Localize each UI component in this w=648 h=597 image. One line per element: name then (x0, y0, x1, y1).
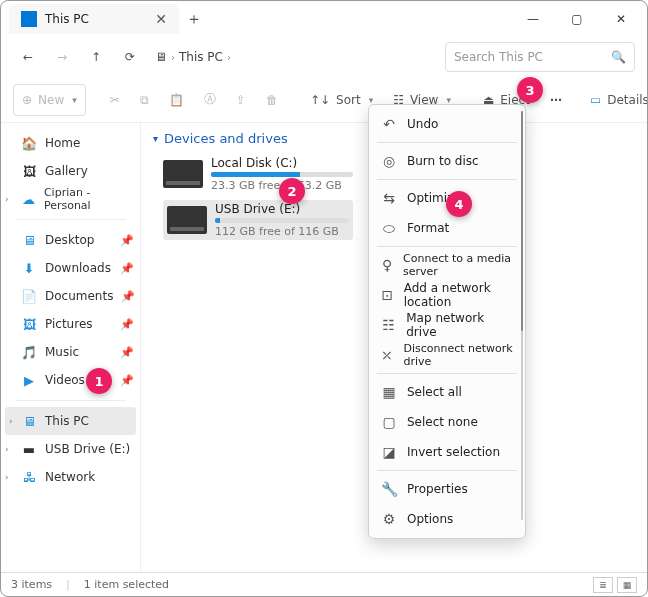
server-icon: ♀ (381, 257, 393, 273)
pin-icon: 📌 (120, 374, 134, 387)
annotation-4: 4 (446, 191, 472, 217)
trash-icon: 🗑 (266, 93, 278, 107)
drive-usb[interactable]: USB Drive (E:) 112 GB free of 116 GB (163, 200, 353, 240)
view-details-button[interactable]: ≣ (593, 577, 613, 593)
overflow-button[interactable]: ⋯ (542, 84, 570, 116)
breadcrumb[interactable]: 🖥 › This PC › (155, 50, 441, 64)
tab-close-icon[interactable]: ✕ (155, 11, 167, 27)
sidebar-item-downloads[interactable]: ⬇Downloads📌 (1, 254, 140, 282)
expand-icon[interactable]: › (5, 194, 9, 204)
chevron-right-icon: › (227, 52, 231, 63)
sidebar-item-label: Home (45, 136, 80, 150)
sidebar-item-label: Downloads (45, 261, 111, 275)
new-tab-button[interactable]: ＋ (179, 4, 209, 34)
menu-item-add-network[interactable]: ⊡Add a network location (369, 280, 525, 310)
cloud-icon: ☁ (21, 191, 36, 207)
refresh-button[interactable]: ⟳ (115, 42, 145, 72)
minimize-button[interactable]: — (511, 3, 555, 35)
annotation-3: 3 (517, 77, 543, 103)
annotation-2: 2 (279, 178, 305, 204)
optimize-icon: ⇆ (381, 190, 397, 206)
copy-button[interactable]: ⧉ (132, 84, 157, 116)
sidebar-item-videos[interactable]: ▶Videos📌 (1, 366, 140, 394)
breadcrumb-item[interactable]: This PC (179, 50, 223, 64)
pin-icon: 📌 (120, 346, 134, 359)
usb-icon: ▬ (21, 441, 37, 457)
sidebar-item-cloud[interactable]: ›☁Ciprian - Personal (1, 185, 140, 213)
sidebar-item-desktop[interactable]: 🖥Desktop📌 (1, 226, 140, 254)
documents-icon: 📄 (21, 288, 37, 304)
menu-item-properties[interactable]: 🔧Properties (369, 474, 525, 504)
scrollbar-thumb[interactable] (521, 111, 523, 331)
search-input[interactable]: Search This PC 🔍 (445, 42, 635, 72)
menu-label: Invert selection (407, 445, 500, 459)
up-button[interactable]: ↑ (81, 42, 111, 72)
separator (377, 246, 517, 247)
view-icons-button[interactable]: ▦ (617, 577, 637, 593)
sidebar-item-this-pc[interactable]: ›🖥This PC (5, 407, 136, 435)
menu-label: Undo (407, 117, 438, 131)
drive-name: Local Disk (C:) (211, 156, 353, 170)
menu-item-burn[interactable]: ◎Burn to disc (369, 146, 525, 176)
paste-button[interactable]: 📋 (161, 84, 192, 116)
pin-icon: 📌 (120, 318, 134, 331)
network-icon: 🖧 (21, 469, 37, 485)
sidebar-item-music[interactable]: 🎵Music📌 (1, 338, 140, 366)
paste-icon: 📋 (169, 93, 184, 107)
disk-icon (163, 160, 203, 188)
close-button[interactable]: ✕ (599, 3, 643, 35)
status-selected: 1 item selected (84, 578, 169, 591)
forward-button[interactable]: → (47, 42, 77, 72)
menu-label: Select all (407, 385, 462, 399)
select-all-icon: ▦ (381, 384, 397, 400)
expand-icon[interactable]: › (9, 416, 13, 426)
delete-button[interactable]: 🗑 (258, 84, 286, 116)
overflow-menu: ↶Undo ◎Burn to disc ⇆Optimize ⬭Format ♀C… (368, 104, 526, 539)
sidebar-item-label: Music (45, 345, 79, 359)
sidebar-item-gallery[interactable]: 🖼Gallery (1, 157, 140, 185)
back-button[interactable]: ← (13, 42, 43, 72)
separator (15, 219, 126, 220)
share-button[interactable]: ⇪ (228, 84, 254, 116)
rename-button[interactable]: Ⓐ (196, 84, 224, 116)
menu-item-format[interactable]: ⬭Format (369, 213, 525, 243)
sidebar-item-label: Videos (45, 373, 85, 387)
separator (377, 373, 517, 374)
menu-item-disconnect-drive[interactable]: ⤫Disconnect network drive (369, 340, 525, 370)
menu-item-invert[interactable]: ◪Invert selection (369, 437, 525, 467)
expand-icon[interactable]: › (5, 472, 9, 482)
menu-label: Add a network location (404, 281, 513, 309)
menu-label: Connect to a media server (403, 252, 513, 278)
sidebar-item-label: This PC (45, 414, 89, 428)
sidebar-item-label: USB Drive (E:) (45, 442, 130, 456)
sidebar-item-label: Desktop (45, 233, 95, 247)
new-button[interactable]: ⊕ New ▾ (13, 84, 86, 116)
expand-icon[interactable]: › (5, 444, 9, 454)
sidebar-item-network[interactable]: ›🖧Network (1, 463, 140, 491)
maximize-button[interactable]: ▢ (555, 3, 599, 35)
sidebar-item-label: Documents (45, 289, 113, 303)
chevron-down-icon[interactable]: ▾ (153, 133, 158, 144)
tab-this-pc[interactable]: This PC ✕ (9, 4, 179, 34)
section-title: Devices and drives (164, 131, 288, 146)
add-network-icon: ⊡ (381, 287, 394, 303)
cut-button[interactable]: ✂ (102, 84, 128, 116)
format-icon: ⬭ (381, 220, 397, 237)
details-button[interactable]: ▭ Details (582, 84, 648, 116)
share-icon: ⇪ (236, 93, 246, 107)
body: 🏠Home 🖼Gallery ›☁Ciprian - Personal 🖥Des… (1, 123, 647, 572)
menu-item-select-all[interactable]: ▦Select all (369, 377, 525, 407)
menu-item-map-drive[interactable]: ☷Map network drive (369, 310, 525, 340)
menu-item-undo[interactable]: ↶Undo (369, 109, 525, 139)
pictures-icon: 🖼 (21, 316, 37, 332)
sidebar-item-usb[interactable]: ›▬USB Drive (E:) (1, 435, 140, 463)
menu-item-select-none[interactable]: ▢Select none (369, 407, 525, 437)
search-icon: 🔍 (611, 50, 626, 64)
sidebar-item-home[interactable]: 🏠Home (1, 129, 140, 157)
menu-item-options[interactable]: ⚙Options (369, 504, 525, 534)
disconnect-icon: ⤫ (381, 347, 393, 363)
sidebar-item-documents[interactable]: 📄Documents📌 (1, 282, 140, 310)
sidebar-item-pictures[interactable]: 🖼Pictures📌 (1, 310, 140, 338)
menu-item-media-server[interactable]: ♀Connect to a media server (369, 250, 525, 280)
drive-local-disk[interactable]: Local Disk (C:) 23.3 GB free of 63.2 GB (163, 156, 353, 192)
